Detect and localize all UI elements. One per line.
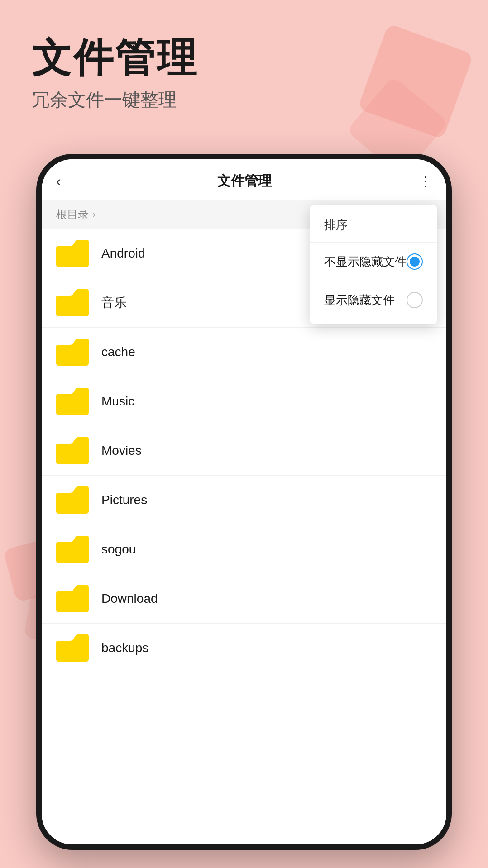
file-name-label: cache: [101, 345, 135, 359]
svg-rect-7: [56, 591, 89, 612]
dropdown-item-show-files[interactable]: 显示隐藏文件: [310, 283, 437, 317]
file-name-label: Music: [101, 394, 134, 409]
file-name-label: Download: [101, 591, 158, 606]
file-name-label: 音乐: [101, 294, 127, 311]
svg-rect-2: [56, 345, 89, 366]
more-button[interactable]: ⋮: [419, 174, 432, 189]
folder-icon: [56, 486, 89, 514]
page-subtitle: 冗余文件一键整理: [32, 87, 198, 112]
list-item[interactable]: Download: [42, 574, 446, 624]
breadcrumb-root: 根目录: [56, 207, 89, 222]
folder-icon: [56, 289, 89, 316]
file-name-label: Movies: [101, 444, 142, 458]
svg-rect-5: [56, 493, 89, 514]
phone-mockup: ‹ 文件管理 ⋮ 根目录 › Android: [36, 154, 452, 850]
radio-hide-files[interactable]: [407, 253, 423, 270]
divider: [310, 281, 437, 281]
folder-icon: [56, 240, 89, 267]
divider: [310, 242, 437, 243]
show-files-label: 显示隐藏文件: [324, 292, 395, 308]
app-title-label: 文件管理: [70, 172, 419, 191]
folder-icon: [56, 536, 89, 563]
phone-screen: ‹ 文件管理 ⋮ 根目录 › Android: [42, 159, 446, 844]
sort-dropdown-menu: 排序 不显示隐藏文件 显示隐藏文件: [310, 205, 437, 324]
list-item[interactable]: Music: [42, 377, 446, 426]
back-button[interactable]: ‹: [56, 173, 61, 190]
folder-icon: [56, 585, 89, 612]
breadcrumb-arrow-icon: ›: [92, 209, 96, 220]
file-name-label: Pictures: [101, 493, 147, 507]
folder-icon: [56, 634, 89, 662]
svg-rect-4: [56, 444, 89, 464]
dropdown-item-hide-files[interactable]: 不显示隐藏文件: [310, 244, 437, 279]
svg-rect-3: [56, 394, 89, 415]
list-item[interactable]: Pictures: [42, 476, 446, 525]
hide-files-label: 不显示隐藏文件: [324, 254, 407, 270]
svg-rect-1: [56, 296, 89, 316]
page-title: 文件管理: [32, 36, 198, 80]
folder-icon: [56, 437, 89, 464]
app-toolbar: ‹ 文件管理 ⋮: [42, 159, 446, 200]
svg-rect-8: [56, 641, 89, 662]
list-item[interactable]: sogou: [42, 525, 446, 574]
dropdown-title: 排序: [310, 212, 437, 240]
file-name-label: sogou: [101, 542, 136, 557]
header-section: 文件管理 冗余文件一键整理: [32, 36, 198, 112]
svg-rect-0: [56, 246, 89, 267]
list-item[interactable]: backups: [42, 624, 446, 672]
folder-icon: [56, 339, 89, 366]
list-item[interactable]: Movies: [42, 426, 446, 476]
file-name-label: Android: [101, 246, 145, 261]
radio-show-files[interactable]: [407, 292, 423, 308]
svg-rect-6: [56, 542, 89, 563]
folder-icon: [56, 388, 89, 415]
file-name-label: backups: [101, 641, 148, 655]
list-item[interactable]: cache: [42, 328, 446, 377]
